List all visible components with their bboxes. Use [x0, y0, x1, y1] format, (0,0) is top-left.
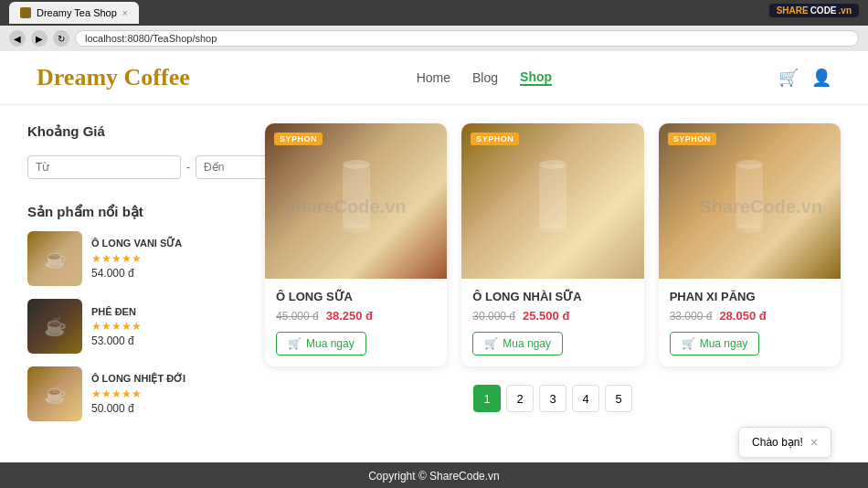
- svg-point-4: [539, 160, 566, 169]
- cart-icon-small: 🛒: [288, 337, 302, 350]
- featured-price: 53.000 đ: [91, 334, 247, 347]
- sidebar: Khoảng Giá - Áp Dụng Sản phẩm nổi bật ☕ …: [27, 123, 247, 434]
- main-content: Khoảng Giá - Áp Dụng Sản phẩm nổi bật ☕ …: [0, 105, 868, 452]
- copyright-bar: Copyright © ShareCode.vn: [0, 462, 868, 488]
- featured-product-item[interactable]: ☕ Ô LONG NHIỆT ĐỚI ★★★★★ 50.000 đ: [27, 366, 247, 421]
- product-card: SYPHON PHAN XI PĂNG 33.000 đ 28.050 đ 🛒 …: [659, 123, 841, 366]
- buy-label: Mua ngay: [306, 337, 355, 350]
- buy-button[interactable]: 🛒 Mua ngay: [670, 332, 760, 355]
- product-body: PHAN XI PĂNG 33.000 đ 28.050 đ 🛒 Mua nga…: [659, 279, 841, 366]
- featured-price: 54.000 đ: [91, 267, 247, 280]
- pagination-button[interactable]: 5: [605, 385, 632, 412]
- svg-rect-3: [539, 164, 566, 228]
- chat-message: Chào bạn!: [752, 436, 803, 449]
- site-logo: Dreamy Coffee: [37, 64, 190, 91]
- header: Dreamy Coffee Home Blog Shop 🛒 👤: [0, 51, 868, 105]
- svg-point-2: [343, 224, 370, 233]
- pagination-button[interactable]: 3: [539, 385, 566, 412]
- forward-button[interactable]: ▶: [31, 30, 48, 47]
- sale-price: 25.500 đ: [523, 309, 569, 323]
- nav-home[interactable]: Home: [417, 70, 450, 85]
- browser-controls: ◀ ▶ ↻ localhost:8080/TeaShop/shop: [0, 26, 868, 51]
- tab-favicon: [20, 7, 31, 18]
- featured-info: PHÊ ĐEN ★★★★★ 53.000 đ: [91, 306, 247, 347]
- product-badge: SYPHON: [274, 133, 323, 145]
- product-grid: ShareCode.vn ShareCode.vn SYPHON Ô LONG …: [265, 123, 841, 434]
- product-image: SYPHON: [659, 123, 841, 279]
- sharecode-logo: SHARE: [777, 5, 809, 16]
- chat-close-button[interactable]: ×: [810, 435, 818, 450]
- pagination-button[interactable]: 4: [572, 385, 599, 412]
- price-filter: Khoảng Giá - Áp Dụng: [27, 123, 247, 186]
- svg-point-7: [736, 160, 763, 169]
- product-title: PHAN XI PĂNG: [670, 290, 830, 303]
- product-price: 30.000 đ 25.500 đ: [472, 309, 632, 323]
- featured-name: Ô LONG NHIỆT ĐỚI: [91, 373, 247, 385]
- main-nav: Home Blog Shop: [417, 69, 552, 86]
- pagination-button[interactable]: 2: [506, 385, 534, 412]
- featured-price: 50.000 đ: [91, 402, 247, 415]
- sale-price: 28.050 đ: [719, 309, 766, 323]
- buy-button[interactable]: 🛒 Mua ngay: [472, 332, 563, 355]
- buy-button[interactable]: 🛒 Mua ngay: [276, 332, 366, 355]
- featured-name: PHÊ ĐEN: [91, 306, 247, 317]
- pagination: 12345: [265, 385, 841, 412]
- featured-stars: ★★★★★: [91, 252, 247, 265]
- featured-thumb: ☕: [27, 231, 82, 286]
- svg-point-1: [343, 160, 370, 169]
- nav-blog[interactable]: Blog: [472, 70, 498, 85]
- pagination-button[interactable]: 1: [473, 385, 501, 412]
- sale-price: 38.250 đ: [326, 309, 373, 323]
- cart-icon-small: 🛒: [682, 337, 695, 350]
- price-from-input[interactable]: [27, 155, 181, 179]
- product-list: SYPHON Ô LONG SỮA 45.000 đ 38.250 đ 🛒 Mu…: [265, 123, 841, 366]
- featured-title: Sản phẩm nổi bật: [27, 204, 247, 220]
- featured-name: Ô LONG VANI SỮA: [91, 238, 247, 249]
- cart-icon[interactable]: 🛒: [778, 68, 799, 88]
- copyright-text: Copyright © ShareCode.vn: [368, 470, 500, 483]
- browser-tab[interactable]: Dreamy Tea Shop ×: [9, 2, 139, 24]
- featured-thumb: ☕: [27, 299, 82, 354]
- svg-rect-0: [343, 164, 370, 228]
- product-badge: SYPHON: [668, 133, 716, 145]
- product-title: Ô LONG SỮA: [276, 290, 436, 303]
- featured-info: Ô LONG VANI SỮA ★★★★★ 54.000 đ: [91, 238, 247, 280]
- svg-point-5: [539, 224, 566, 233]
- svg-point-8: [736, 224, 763, 233]
- product-image: SYPHON: [461, 123, 643, 279]
- featured-thumb: ☕: [27, 366, 82, 421]
- original-price: 45.000 đ: [276, 310, 319, 323]
- svg-rect-6: [736, 164, 763, 228]
- featured-product-item[interactable]: ☕ PHÊ ĐEN ★★★★★ 53.000 đ: [27, 299, 247, 354]
- product-body: Ô LONG NHÀI SỮA 30.000 đ 25.500 đ 🛒 Mua …: [461, 279, 643, 366]
- featured-info: Ô LONG NHIỆT ĐỚI ★★★★★ 50.000 đ: [91, 373, 247, 415]
- product-card: SYPHON Ô LONG SỮA 45.000 đ 38.250 đ 🛒 Mu…: [265, 123, 447, 366]
- original-price: 33.000 đ: [670, 310, 713, 323]
- featured-products: Sản phẩm nổi bật ☕ Ô LONG VANI SỮA ★★★★★…: [27, 204, 247, 421]
- user-icon[interactable]: 👤: [811, 68, 831, 88]
- price-separator: -: [186, 161, 190, 174]
- product-price: 45.000 đ 38.250 đ: [276, 309, 436, 323]
- featured-product-item[interactable]: ☕ Ô LONG VANI SỮA ★★★★★ 54.000 đ: [27, 231, 247, 286]
- chat-popup: Chào bạn! ×: [738, 427, 831, 458]
- reload-button[interactable]: ↻: [53, 30, 69, 47]
- back-button[interactable]: ◀: [9, 30, 26, 47]
- product-image: SYPHON: [265, 123, 447, 279]
- product-body: Ô LONG SỮA 45.000 đ 38.250 đ 🛒 Mua ngay: [265, 279, 447, 366]
- cart-icon-small: 🛒: [484, 337, 498, 350]
- product-price: 33.000 đ 28.050 đ: [670, 309, 830, 323]
- product-badge: SYPHON: [471, 133, 519, 145]
- price-filter-title: Khoảng Giá: [27, 123, 247, 140]
- product-card: SYPHON Ô LONG NHÀI SỮA 30.000 đ 25.500 đ…: [461, 123, 643, 366]
- nav-shop[interactable]: Shop: [520, 69, 552, 86]
- tab-title: Dreamy Tea Shop: [37, 7, 117, 18]
- page-content: Dreamy Coffee Home Blog Shop 🛒 👤 Khoảng …: [0, 51, 868, 488]
- header-icons: 🛒 👤: [778, 68, 831, 88]
- buy-label: Mua ngay: [700, 337, 748, 350]
- tab-close-btn[interactable]: ×: [122, 8, 128, 18]
- product-title: Ô LONG NHÀI SỮA: [472, 290, 632, 303]
- featured-stars: ★★★★★: [91, 320, 247, 333]
- original-price: 30.000 đ: [472, 310, 515, 323]
- url-bar[interactable]: localhost:8080/TeaShop/shop: [75, 30, 859, 47]
- price-inputs: - Áp Dụng: [27, 149, 247, 186]
